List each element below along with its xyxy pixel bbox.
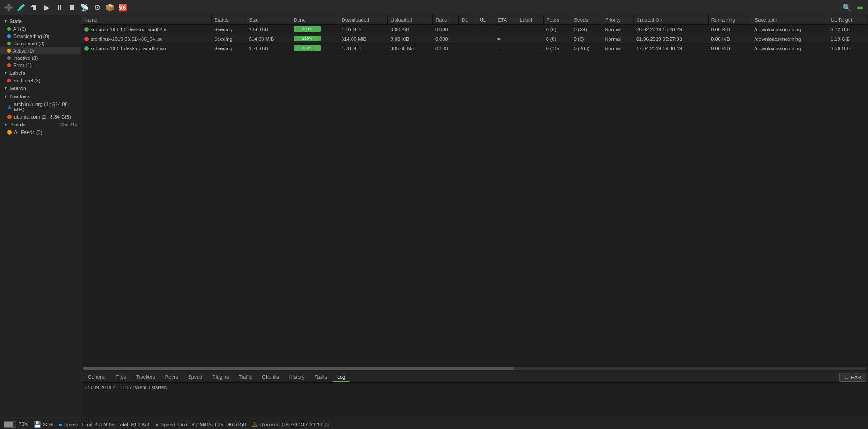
cell-status: Seeding (211, 34, 246, 44)
state-chevron: ▼ (4, 19, 8, 24)
col-created-on[interactable]: Created On (634, 15, 708, 25)
sidebar-item-active[interactable]: Active (0) (0, 47, 81, 54)
all-feeds-label: All Feeds (0) (14, 130, 77, 135)
col-downloaded[interactable]: Downloaded (339, 15, 388, 25)
clear-button[interactable]: CLEAR (839, 373, 866, 382)
content-area: Name Status Size Done Downloaded Uploade… (81, 15, 868, 419)
cell-name: archlinux-2019.06.01-x86_64.iso (81, 34, 211, 44)
col-peers[interactable]: Peers (544, 15, 571, 25)
cell-created-on: 28.02.2019 15:28:29 (634, 25, 708, 34)
sidebar-item-completed[interactable]: Completed (3) (0, 40, 81, 47)
start-icon[interactable]: ▶ (42, 3, 52, 13)
hdd-fill (4, 422, 13, 427)
col-done[interactable]: Done (291, 15, 339, 25)
search-section[interactable]: ▼ Search (0, 84, 81, 92)
cell-size: 1.56 GiB (246, 25, 291, 34)
package-icon[interactable]: 📦 (105, 3, 115, 13)
horizontal-scrollbar[interactable] (81, 366, 868, 371)
table-row[interactable]: kubuntu-16.04.6-desktop-amd64.is Seeding… (81, 25, 868, 34)
scrollbar-thumb[interactable] (83, 367, 514, 370)
state-section[interactable]: ▼ State (0, 17, 81, 25)
col-priority[interactable]: Priority (602, 15, 633, 25)
col-label[interactable]: Label (517, 15, 543, 25)
cell-save-path: /downloads/incoming (752, 34, 828, 44)
labels-section[interactable]: ▼ Labels (0, 69, 81, 77)
cell-priority: Normal (602, 25, 633, 34)
add-icon[interactable]: ➕ (4, 3, 14, 13)
tab-log[interactable]: Log (333, 372, 350, 382)
flask-icon[interactable]: 🧪 (16, 3, 26, 13)
scrollbar-track[interactable] (83, 367, 866, 370)
col-ul[interactable]: UL (477, 15, 495, 25)
tab-speed[interactable]: Speed (184, 372, 207, 382)
tab-trackers[interactable]: Trackers (131, 372, 159, 382)
cell-size: 1.78 GiB (246, 44, 291, 53)
col-size[interactable]: Size (246, 15, 291, 25)
trackers-chevron: ▼ (4, 94, 8, 99)
hdd-section: 73% (4, 421, 28, 428)
table-row[interactable]: archlinux-2019.06.01-x86_64.iso Seeding … (81, 34, 868, 44)
col-ul-target[interactable]: UL Target (828, 15, 868, 25)
sidebar-item-downloading[interactable]: Downloading (0) (0, 33, 81, 40)
feeds-chevron: ▼ (4, 122, 8, 127)
settings-icon[interactable]: ⚙ (92, 3, 102, 13)
all-label: All (3) (13, 26, 77, 32)
delete-icon[interactable]: 🗑 (29, 3, 39, 13)
cell-seeds: 0 (463) (571, 44, 602, 53)
pause-icon[interactable]: ⏸ (54, 3, 64, 13)
ul-limit: Limit: 9.7 MiB/s (178, 422, 212, 427)
bottom-content: [23.09.2019 21:17:57] WebUI started. (81, 383, 868, 419)
col-uploaded[interactable]: Uploaded (388, 15, 433, 25)
col-dl[interactable]: DL (459, 15, 477, 25)
sidebar-item-inactive[interactable]: Inactive (3) (0, 54, 81, 62)
sidebar-item-ubuntu[interactable]: ubuntu.com (2 ; 3.34 GiB) (0, 113, 81, 121)
torrent-table-wrapper[interactable]: Name Status Size Done Downloaded Uploade… (81, 15, 868, 366)
col-eta[interactable]: ETA (495, 15, 517, 25)
disk-icon: 💾 (33, 421, 41, 428)
cell-peers: 0 (0) (544, 25, 571, 34)
stop-icon[interactable]: ⏹ (67, 3, 77, 13)
cell-done: 100% (291, 44, 339, 53)
tab-history[interactable]: History (285, 372, 309, 382)
rss-icon[interactable]: 📡 (80, 3, 90, 13)
sidebar-item-all-feeds[interactable]: All Feeds (0) (0, 129, 81, 136)
cell-ul (477, 25, 495, 34)
tab-files[interactable]: Files (111, 372, 130, 382)
tab-peers[interactable]: Peers (161, 372, 183, 382)
statusbar: 73% 💾 23% ● Speed: Limit: 4.8 MiB/s Tota… (0, 419, 868, 429)
sidebar-item-error[interactable]: Error (1) (0, 62, 81, 69)
col-ratio[interactable]: Ratio (433, 15, 459, 25)
col-status[interactable]: Status (211, 15, 246, 25)
feeds-section[interactable]: ▼ Feeds 12m 41s (0, 121, 81, 129)
sidebar-item-archlinux[interactable]: archlinux.org (1 ; 614.00 MiB) (0, 101, 81, 113)
tab-general[interactable]: General (83, 372, 110, 382)
sidebar-item-all[interactable]: All (3) (0, 25, 81, 33)
tab-chunks[interactable]: Chunks (258, 372, 283, 382)
search-icon[interactable]: 🔍 (842, 3, 852, 13)
sidebar-item-no-label[interactable]: No Label (3) (0, 77, 81, 84)
cell-ratio: 0.183 (433, 44, 459, 53)
all-dot (7, 27, 11, 31)
col-name[interactable]: Name (81, 15, 211, 25)
ul-section: ● Speed: Limit: 9.7 MiB/s Total: 96.5 Ki… (155, 421, 246, 428)
col-seeds[interactable]: Seeds (571, 15, 602, 25)
tab-plugins[interactable]: Plugins (208, 372, 233, 382)
hdd-percent: 73% (19, 422, 28, 427)
main-area: ▼ State All (3) Downloading (0) Complete… (0, 15, 868, 419)
tab-traffic[interactable]: Traffic (234, 372, 257, 382)
toolbar: ➕ 🧪 🗑 ▶ ⏸ ⏹ 📡 ⚙ 📦 🆘 🔍 ➡ (0, 0, 868, 15)
cell-seeds: 0 (0) (571, 34, 602, 44)
table-row[interactable]: kubuntu-19.04-desktop-amd64.iso Seeding … (81, 44, 868, 53)
cell-peers: 0 (0) (544, 34, 571, 44)
tab-tasks[interactable]: Tasks (310, 372, 332, 382)
help-icon[interactable]: 🆘 (118, 3, 128, 13)
trackers-section[interactable]: ▼ Trackers (0, 92, 81, 101)
col-remaining[interactable]: Remaining (708, 15, 752, 25)
cell-eta: = (495, 44, 517, 53)
downloading-dot (7, 34, 11, 38)
col-save-path[interactable]: Save path (752, 15, 828, 25)
active-dot (7, 49, 11, 53)
sidebar: ▼ State All (3) Downloading (0) Complete… (0, 15, 81, 419)
connect-icon[interactable]: ➡ (854, 3, 864, 13)
archlinux-label: archlinux.org (1 ; 614.00 MiB) (14, 101, 77, 112)
